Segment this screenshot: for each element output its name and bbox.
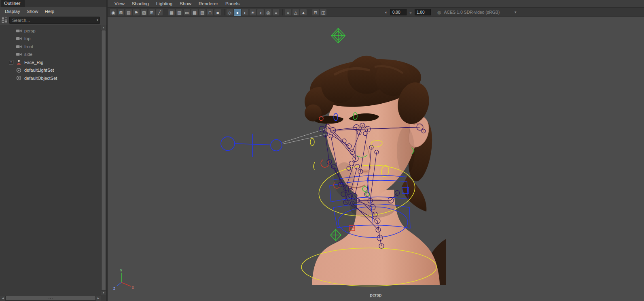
gate-mask-icon[interactable]: ▩ [191, 9, 198, 16]
scene-3d[interactable] [108, 17, 644, 301]
resolution-gate-icon[interactable]: ▭ [183, 9, 191, 16]
camera-attributes-icon[interactable]: ▤ [125, 9, 132, 16]
list-item-face-rig[interactable]: + Face_Rig [0, 58, 101, 66]
field-chart-icon[interactable]: ▨ [199, 9, 206, 16]
outliner-tab[interactable]: Outliner [1, 0, 25, 7]
horizontal-scroll-thumb[interactable] [6, 296, 95, 300]
menu-show[interactable]: Show [23, 8, 42, 15]
x-ray-icon[interactable]: △ [292, 9, 299, 16]
outliner-menubar: Display Show Help [0, 7, 106, 15]
list-item-top[interactable]: top [0, 35, 101, 43]
item-label: defaultLightSet [24, 68, 54, 73]
toolbar-separator [223, 9, 225, 15]
vertical-scroll-thumb[interactable] [102, 30, 106, 290]
screen-space-ao-icon[interactable]: ◎ [265, 9, 272, 16]
vertical-scrollbar[interactable]: ▲ ▼ [101, 25, 106, 295]
smooth-shade-icon[interactable]: ● [234, 9, 241, 16]
search-dropdown-icon[interactable]: ▾ [97, 18, 98, 22]
camera-name-label: persp [370, 292, 381, 297]
scroll-right-icon[interactable]: ▶ [96, 296, 101, 301]
list-item-default-light-set[interactable]: defaultLightSet [0, 66, 101, 75]
exposure-toggle-icon[interactable]: ◐ [383, 10, 389, 15]
viewport-toolbar-icons: ◉⊠▤⚑▧⊞╱▦▥▭▩▨□■◇●◐☀◑◎≡○△▲⊟◫ [110, 9, 327, 16]
exposure-gamma-group: ◐ ◒ [383, 9, 431, 15]
camera-icon [16, 44, 22, 49]
constraint-lines [283, 129, 329, 144]
translate-control-top[interactable] [331, 28, 345, 43]
viewport-menubar: View Shading Lighting Show Renderer Pane… [108, 0, 644, 8]
item-label: front [24, 44, 33, 49]
grid-icon[interactable]: ▦ [168, 9, 175, 16]
scroll-left-icon[interactable]: ◀ [0, 296, 5, 301]
viewport-canvas[interactable]: y x z persp [108, 17, 644, 301]
horizontal-scrollbar[interactable]: ◀ ▶ [0, 296, 101, 301]
camera-icon [16, 28, 22, 33]
safe-action-icon[interactable]: □ [206, 9, 214, 16]
tear-off-copy-icon[interactable]: ⊟ [312, 9, 319, 16]
motion-blur-icon[interactable]: ≡ [272, 9, 280, 16]
item-label: persp [24, 28, 36, 33]
exposure-field[interactable] [390, 9, 407, 15]
list-filter-icon[interactable] [2, 17, 8, 23]
head-model [305, 53, 446, 285]
chevron-down-icon: ▼ [514, 11, 517, 14]
view-transform-value: ACES 1.0 SDR-video (sRGB) [444, 10, 500, 15]
safe-title-icon[interactable]: ■ [214, 9, 221, 16]
toolbar-separator [281, 9, 283, 15]
image-plane-icon[interactable]: ▧ [140, 9, 148, 16]
viewport-toolbar: ◉⊠▤⚑▧⊞╱▦▥▭▩▨□■◇●◐☀◑◎≡○△▲⊟◫ ◐ ◒ ◍ ACES 1.… [108, 8, 644, 17]
outliner-panel: Outliner Display Show Help ▾ persp [0, 0, 106, 301]
select-camera-icon[interactable]: ◉ [110, 9, 117, 16]
film-gate-icon[interactable]: ▥ [176, 9, 183, 16]
list-item-default-object-set[interactable]: defaultObjectSet [0, 74, 101, 82]
scroll-up-icon[interactable]: ▲ [101, 25, 106, 30]
view-transform-dropdown[interactable]: ◍ ACES 1.0 SDR-video (sRGB) ▼ [437, 10, 517, 15]
lock-camera-icon[interactable]: ⊠ [117, 9, 125, 16]
bookmark-icon[interactable]: ⚑ [133, 9, 140, 16]
menu-display[interactable]: Display [2, 8, 23, 15]
item-label: top [24, 36, 30, 41]
item-label: Face_Rig [24, 60, 43, 65]
camera-icon [16, 36, 22, 41]
toolbar-separator [309, 9, 310, 15]
use-all-lights-icon[interactable]: ☀ [249, 9, 256, 16]
pane-layout-icon[interactable]: ◫ [320, 9, 327, 16]
menu-panels[interactable]: Panels [222, 0, 243, 7]
menu-show[interactable]: Show [176, 0, 195, 7]
item-label: side [24, 52, 32, 57]
object-set-icon [16, 75, 22, 81]
viewport-panel: View Shading Lighting Show Renderer Pane… [108, 0, 644, 301]
axis-indicator: y x z [112, 268, 136, 293]
menu-shading[interactable]: Shading [128, 0, 153, 7]
menu-lighting[interactable]: Lighting [153, 0, 176, 7]
search-input[interactable] [9, 17, 100, 24]
wireframe-icon[interactable]: ◇ [226, 9, 233, 16]
color-management-icon: ◍ [437, 10, 441, 15]
item-label: defaultObjectSet [24, 76, 57, 81]
shadows-icon[interactable]: ◑ [257, 9, 264, 16]
expand-toggle[interactable]: + [9, 60, 13, 64]
gamma-field[interactable] [415, 9, 431, 15]
list-item-persp[interactable]: persp [0, 27, 101, 35]
menu-help[interactable]: Help [42, 8, 58, 15]
outliner-search-row: ▾ [0, 15, 106, 25]
object-set-icon [16, 68, 22, 73]
x-ray-joints-icon[interactable]: ▲ [300, 9, 307, 16]
toolbar-separator [165, 9, 166, 15]
axis-x-label: x [132, 285, 134, 290]
isolate-select-icon[interactable]: ○ [284, 9, 292, 16]
textured-icon[interactable]: ◐ [241, 9, 249, 16]
axis-z-label: z [113, 286, 115, 290]
menu-renderer[interactable]: Renderer [195, 0, 222, 7]
list-item-side[interactable]: side [0, 51, 101, 59]
axis-y-label: y [120, 268, 122, 272]
camera-icon [16, 52, 22, 57]
list-item-front[interactable]: front [0, 43, 101, 51]
scroll-down-icon[interactable]: ▼ [101, 290, 106, 295]
gamma-toggle-icon[interactable]: ◒ [408, 10, 413, 15]
grease-pencil-icon[interactable]: ╱ [156, 9, 163, 16]
two-d-pan-zoom-icon[interactable]: ⊞ [148, 9, 155, 16]
menu-view[interactable]: View [111, 0, 128, 7]
outliner-list: persp top front side + [0, 26, 101, 295]
outliner-tab-row: Outliner [0, 0, 106, 7]
